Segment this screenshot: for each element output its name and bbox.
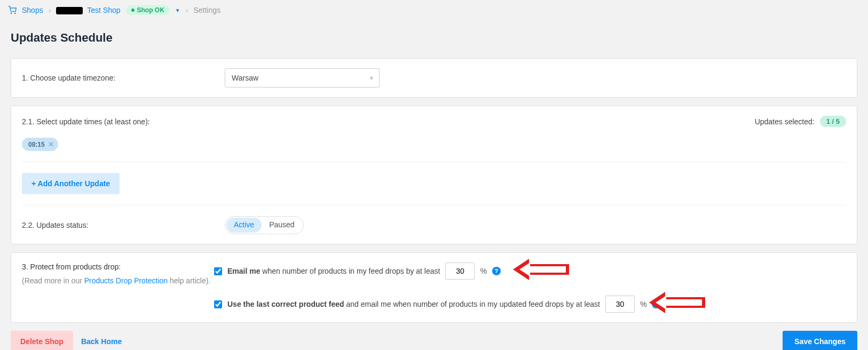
products-drop-link[interactable]: Products Drop Protection xyxy=(84,276,168,285)
redacted-text xyxy=(56,7,83,14)
save-changes-button[interactable]: Save Changes xyxy=(783,331,857,350)
use-last-feed-row: Use the last correct product feed and em… xyxy=(214,296,846,313)
updates-selected: Updates selected: 1 / 5 xyxy=(755,116,846,127)
email-me-text: Email me when number of products in my f… xyxy=(227,267,440,275)
time-chip[interactable]: 08:15 ✕ xyxy=(22,138,58,151)
shop-status-text: Shop OK xyxy=(137,6,164,14)
help-icon[interactable]: ? xyxy=(652,300,660,308)
timezone-label: 1. Choose update timezone: xyxy=(22,74,225,82)
back-home-button[interactable]: Back Home xyxy=(81,337,122,346)
divider xyxy=(22,205,846,205)
email-me-rest: when number of products in my feed drops… xyxy=(260,267,440,275)
breadcrumb-settings: Settings xyxy=(193,6,220,14)
percent-label: % xyxy=(640,300,646,308)
use-last-feed-checkbox[interactable] xyxy=(214,300,222,308)
timezone-panel: 1. Choose update timezone: Warsaw ▼ xyxy=(11,58,857,98)
breadcrumb: Shops › Test Shop Shop OK ▼ › Settings xyxy=(0,0,868,20)
breadcrumb-test-shop[interactable]: Test Shop xyxy=(87,6,120,14)
svg-point-0 xyxy=(11,13,11,13)
updates-selected-label: Updates selected: xyxy=(755,117,815,126)
time-chips: 08:15 ✕ xyxy=(22,138,846,151)
chevron-right-icon: › xyxy=(49,6,51,14)
shop-status-badge: Shop OK xyxy=(126,5,170,15)
email-me-bold: Email me xyxy=(227,267,260,275)
chevron-right-icon: › xyxy=(186,6,188,14)
time-chip-label: 08:15 xyxy=(28,141,45,148)
close-icon[interactable]: ✕ xyxy=(48,140,54,148)
divider xyxy=(22,162,846,162)
footer-actions: Delete Shop Back Home Save Changes xyxy=(11,331,857,350)
status-active[interactable]: Active xyxy=(226,218,262,233)
breadcrumb-dropdown[interactable]: ▼ xyxy=(175,7,180,13)
updates-count-badge: 1 / 5 xyxy=(820,116,846,127)
status-paused[interactable]: Paused xyxy=(262,218,302,233)
delete-shop-button[interactable]: Delete Shop xyxy=(11,331,73,350)
svg-point-1 xyxy=(15,13,15,13)
protect-label: 3. Protect from products drop: xyxy=(22,262,214,271)
cart-icon xyxy=(8,6,17,14)
use-last-bold: Use the last correct product feed xyxy=(227,300,344,308)
update-times-label: 2.1. Select update times (at least one): xyxy=(22,117,225,126)
email-me-checkbox[interactable] xyxy=(214,267,222,275)
status-dot-icon xyxy=(131,9,135,12)
timezone-value[interactable]: Warsaw xyxy=(225,68,380,88)
svg-marker-2 xyxy=(513,259,569,280)
svg-marker-5 xyxy=(656,296,702,309)
help-icon[interactable]: ? xyxy=(492,267,501,275)
breadcrumb-shop-name[interactable]: Test Shop xyxy=(56,6,120,14)
status-toggle: Active Paused xyxy=(225,216,304,234)
percent-label: % xyxy=(480,267,486,275)
timezone-select[interactable]: Warsaw ▼ xyxy=(225,68,380,88)
email-me-percent-input[interactable] xyxy=(445,262,475,280)
subtext-prefix: (Read more in our xyxy=(22,276,84,285)
page-title: Updates Schedule xyxy=(11,31,857,45)
email-me-row: Email me when number of products in my f… xyxy=(214,262,846,280)
protect-subtext: (Read more in our Products Drop Protecti… xyxy=(22,275,214,287)
svg-marker-3 xyxy=(519,262,566,276)
update-times-panel: 2.1. Select update times (at least one):… xyxy=(11,106,857,244)
breadcrumb-shops[interactable]: Shops xyxy=(22,6,43,14)
subtext-suffix: help article). xyxy=(168,276,210,285)
add-update-button[interactable]: + Add Another Update xyxy=(22,173,120,194)
annotation-arrow xyxy=(513,256,572,283)
use-last-feed-text: Use the last correct product feed and em… xyxy=(227,300,600,308)
updates-status-label: 2.2. Updates status: xyxy=(22,221,225,229)
use-last-percent-input[interactable] xyxy=(605,296,635,313)
use-last-rest: and email me when number of products in … xyxy=(344,300,600,308)
protect-panel: 3. Protect from products drop: (Read mor… xyxy=(11,252,857,323)
